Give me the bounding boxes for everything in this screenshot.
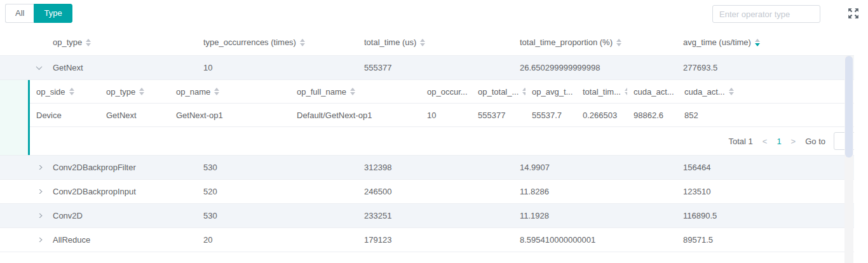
col-header-label: total_tim...: [583, 87, 621, 97]
col-header-total-time-proportion[interactable]: total_tim...: [576, 87, 627, 97]
cell-total-time: 179123: [358, 235, 513, 245]
cell-op-avg-time: 55537.7: [526, 111, 576, 120]
scrollbar-thumb[interactable]: [845, 56, 853, 158]
col-header-cuda-activity-2[interactable]: cuda_act...: [678, 87, 868, 97]
cell-type-occurrences: 10: [197, 63, 358, 72]
col-header-label: op_side: [36, 87, 65, 97]
cell-total-time-proportion: 0.266503: [576, 111, 627, 120]
table-row: Conv2DBackpropFilter 530 312398 14.9907 …: [0, 156, 868, 180]
chevron-right-icon[interactable]: [36, 213, 43, 218]
cell-total-time-proportion: 8.595410000000001: [513, 235, 677, 245]
sort-carets-icon: [350, 88, 355, 95]
col-header-label: op_avg_t...: [532, 87, 573, 97]
cell-op-occurrences: 10: [421, 111, 471, 120]
cell-avg-time: 89571.5: [677, 235, 868, 245]
chevron-down-icon[interactable]: [36, 65, 43, 70]
col-header-label: op_type: [106, 87, 135, 97]
col-header-op-side[interactable]: op_side: [30, 87, 100, 97]
table-header-row: op_type type_occurrences (times) total_t…: [0, 29, 868, 56]
sort-carets-icon: [214, 88, 219, 95]
detail-left-strip: [0, 80, 28, 155]
cell-avg-time: 116890.5: [677, 211, 868, 220]
view-tabs: All Type: [5, 4, 72, 23]
cell-op-side: Device: [30, 111, 100, 120]
col-header-op-avg-time[interactable]: op_avg_t...: [526, 87, 576, 97]
cell-avg-time: 123510: [677, 187, 868, 196]
detail-header-row: op_side op_type op_name op_full_name: [30, 80, 868, 104]
goto-label: Go to: [805, 137, 825, 146]
tab-all[interactable]: All: [5, 4, 34, 23]
col-header-total-time-proportion[interactable]: total_time_proportion (%): [513, 37, 677, 47]
sort-carets-icon: [300, 39, 305, 46]
cell-op-type: GetNext: [100, 111, 170, 120]
vertical-scrollbar[interactable]: [844, 56, 853, 263]
prev-page-icon[interactable]: <: [761, 137, 769, 146]
cell-total-time-proportion: 11.8286: [513, 187, 677, 196]
col-header-label: op_occur...: [427, 87, 468, 97]
cell-type-occurrences: 520: [197, 187, 358, 196]
table-row: Conv2D 530 233251 11.1928 116890.5: [0, 204, 868, 228]
current-page[interactable]: 1: [776, 137, 781, 146]
sort-carets-icon: [86, 39, 91, 46]
col-header-label: cuda_act...: [684, 87, 725, 97]
cell-total-time: 233251: [358, 211, 513, 220]
table-row: GetNext 10 555377 26.650299999999998 277…: [0, 56, 868, 80]
col-header-op-type[interactable]: op_type: [46, 37, 197, 47]
col-header-label: cuda_act...: [634, 87, 674, 97]
detail-pagination: Total 1 < 1 > Go to: [30, 127, 868, 155]
col-header-label: total_time (us): [364, 37, 416, 47]
sort-carets-icon: [729, 88, 734, 95]
col-header-cuda-activity-1[interactable]: cuda_act...: [627, 87, 678, 97]
cell-avg-time: 156464: [677, 163, 868, 172]
operator-type-table: op_type type_occurrences (times) total_t…: [0, 29, 868, 252]
cell-op-type: Conv2DBackpropFilter: [46, 163, 197, 172]
table-right-gutter: [854, 29, 868, 263]
cell-total-time: 312398: [358, 163, 513, 172]
operator-type-panel: All Type op_type type_occurrences (times…: [0, 0, 868, 263]
col-header-label: total_time_proportion (%): [520, 37, 613, 47]
cell-total-time: 246500: [358, 187, 513, 196]
tab-type[interactable]: Type: [34, 4, 72, 23]
col-header-label: op_full_name: [297, 87, 346, 97]
detail-row: Device GetNext GetNext-op1 Default/GetNe…: [30, 104, 868, 127]
col-header-label: op_name: [176, 87, 210, 97]
detail-accent-bar: [28, 80, 30, 155]
col-header-op-full-name[interactable]: op_full_name: [290, 87, 421, 97]
cell-cuda-activity-2: 852: [678, 111, 868, 120]
sort-carets-icon: [616, 39, 621, 46]
cell-type-occurrences: 530: [197, 163, 358, 172]
cell-total-time: 555377: [358, 63, 513, 72]
col-header-op-type[interactable]: op_type: [100, 87, 170, 97]
col-header-op-total-time[interactable]: op_total_...: [471, 87, 526, 97]
col-header-avg-time[interactable]: avg_time (us/time): [677, 37, 868, 47]
cell-total-time-proportion: 14.9907: [513, 163, 677, 172]
col-header-label: avg_time (us/time): [683, 37, 751, 47]
cell-total-time-proportion: 11.1928: [513, 211, 677, 220]
chevron-right-icon[interactable]: [36, 238, 43, 242]
col-header-label: type_occurrences (times): [203, 37, 296, 47]
col-header-total-time[interactable]: total_time (us): [358, 37, 513, 47]
col-header-type-occurrences[interactable]: type_occurrences (times): [197, 37, 358, 47]
cell-op-name: GetNext-op1: [170, 111, 290, 120]
next-page-icon[interactable]: >: [790, 137, 797, 146]
cell-avg-time: 277693.5: [677, 63, 868, 72]
cell-total-time-proportion: 26.650299999999998: [513, 63, 677, 72]
cell-op-total-time: 555377: [471, 111, 526, 120]
search-input[interactable]: [712, 5, 820, 23]
col-header-label: op_type: [53, 37, 82, 47]
cell-cuda-activity-1: 98862.6: [627, 111, 678, 120]
sort-carets-icon: [69, 88, 74, 95]
col-header-op-occurrences[interactable]: op_occur...: [421, 87, 471, 97]
fullscreen-icon[interactable]: [848, 8, 859, 19]
pagination-total: Total 1: [728, 137, 752, 146]
cell-type-occurrences: 20: [197, 235, 358, 245]
sort-carets-icon: [420, 39, 425, 46]
chevron-right-icon[interactable]: [36, 165, 43, 170]
toolbar: All Type: [0, 0, 868, 29]
cell-op-type: AllReduce: [46, 235, 197, 245]
col-header-op-name[interactable]: op_name: [170, 87, 290, 97]
chevron-right-icon[interactable]: [36, 189, 43, 194]
sort-carets-icon: [139, 88, 144, 95]
col-header-label: op_total_...: [478, 87, 519, 97]
table-row: AllReduce 20 179123 8.595410000000001 89…: [0, 228, 868, 252]
